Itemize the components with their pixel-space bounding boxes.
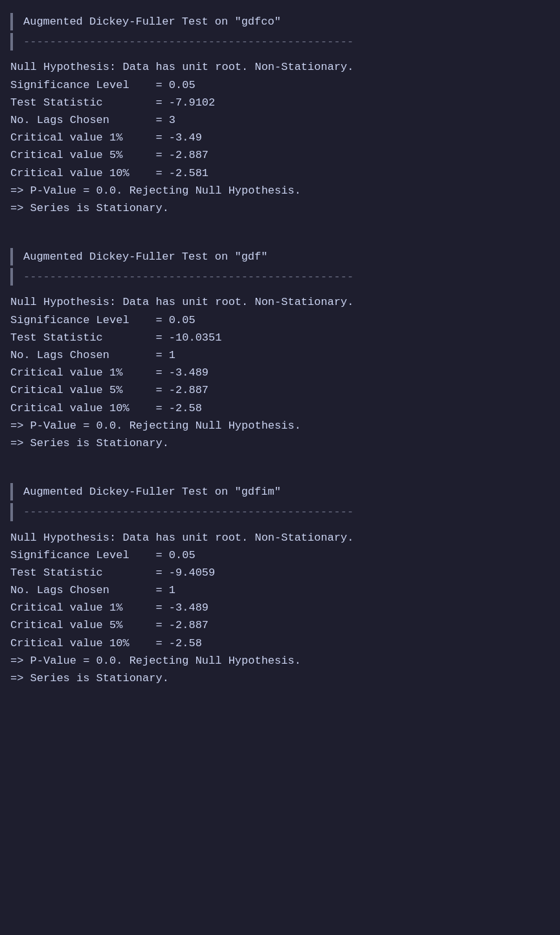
test-title: Augmented Dickey-Fuller Test on "gdfim" bbox=[23, 486, 281, 498]
test-line: Critical value 1% = -3.489 bbox=[10, 364, 550, 381]
test-result-line: => P-Value = 0.0. Rejecting Null Hypothe… bbox=[10, 417, 550, 434]
test-body: Null Hypothesis: Data has unit root. Non… bbox=[10, 293, 550, 452]
test-line: Test Statistic = -10.0351 bbox=[10, 329, 550, 346]
test-line: Test Statistic = -7.9102 bbox=[10, 94, 550, 111]
test-block-block-gdfim: Augmented Dickey-Fuller Test on "gdfim"-… bbox=[10, 483, 550, 687]
test-line: Critical value 10% = -2.58 bbox=[10, 635, 550, 652]
test-line: No. Lags Chosen = 1 bbox=[10, 346, 550, 364]
test-line: No. Lags Chosen = 3 bbox=[10, 111, 550, 129]
test-line: Critical value 5% = -2.887 bbox=[10, 381, 550, 399]
test-line: Null Hypothesis: Data has unit root. Non… bbox=[10, 58, 550, 76]
test-line: No. Lags Chosen = 1 bbox=[10, 581, 550, 599]
test-block-block-gdf: Augmented Dickey-Fuller Test on "gdf"---… bbox=[10, 248, 550, 452]
test-line: Null Hypothesis: Data has unit root. Non… bbox=[10, 293, 550, 311]
test-line: Critical value 10% = -2.581 bbox=[10, 164, 550, 182]
test-header: Augmented Dickey-Fuller Test on "gdf" bbox=[10, 248, 550, 265]
test-result-line: => Series is Stationary. bbox=[10, 434, 550, 452]
test-line: Significance Level = 0.05 bbox=[10, 311, 550, 329]
test-line: Null Hypothesis: Data has unit root. Non… bbox=[10, 529, 550, 546]
test-body: Null Hypothesis: Data has unit root. Non… bbox=[10, 529, 550, 688]
test-line: Critical value 1% = -3.489 bbox=[10, 599, 550, 616]
test-result-line: => P-Value = 0.0. Rejecting Null Hypothe… bbox=[10, 652, 550, 670]
test-line: Critical value 5% = -2.887 bbox=[10, 616, 550, 634]
test-result-line: => Series is Stationary. bbox=[10, 670, 550, 687]
test-line: Test Statistic = -9.4059 bbox=[10, 564, 550, 581]
test-line: Significance Level = 0.05 bbox=[10, 76, 550, 94]
output-container: Augmented Dickey-Fuller Test on "gdfco"-… bbox=[10, 13, 550, 687]
test-header: Augmented Dickey-Fuller Test on "gdfim" bbox=[10, 483, 550, 501]
test-divider: ----------------------------------------… bbox=[10, 268, 550, 286]
test-line: Critical value 5% = -2.887 bbox=[10, 146, 550, 164]
test-title: Augmented Dickey-Fuller Test on "gdf" bbox=[23, 251, 267, 263]
test-block-block-gdfco: Augmented Dickey-Fuller Test on "gdfco"-… bbox=[10, 13, 550, 217]
test-result-line: => Series is Stationary. bbox=[10, 199, 550, 217]
test-header: Augmented Dickey-Fuller Test on "gdfco" bbox=[10, 13, 550, 30]
test-divider: ----------------------------------------… bbox=[10, 33, 550, 51]
test-divider: ----------------------------------------… bbox=[10, 503, 550, 521]
test-line: Critical value 1% = -3.49 bbox=[10, 129, 550, 146]
test-result-line: => P-Value = 0.0. Rejecting Null Hypothe… bbox=[10, 182, 550, 199]
test-title: Augmented Dickey-Fuller Test on "gdfco" bbox=[23, 16, 281, 28]
test-line: Critical value 10% = -2.58 bbox=[10, 400, 550, 417]
test-body: Null Hypothesis: Data has unit root. Non… bbox=[10, 58, 550, 217]
test-line: Significance Level = 0.05 bbox=[10, 546, 550, 564]
